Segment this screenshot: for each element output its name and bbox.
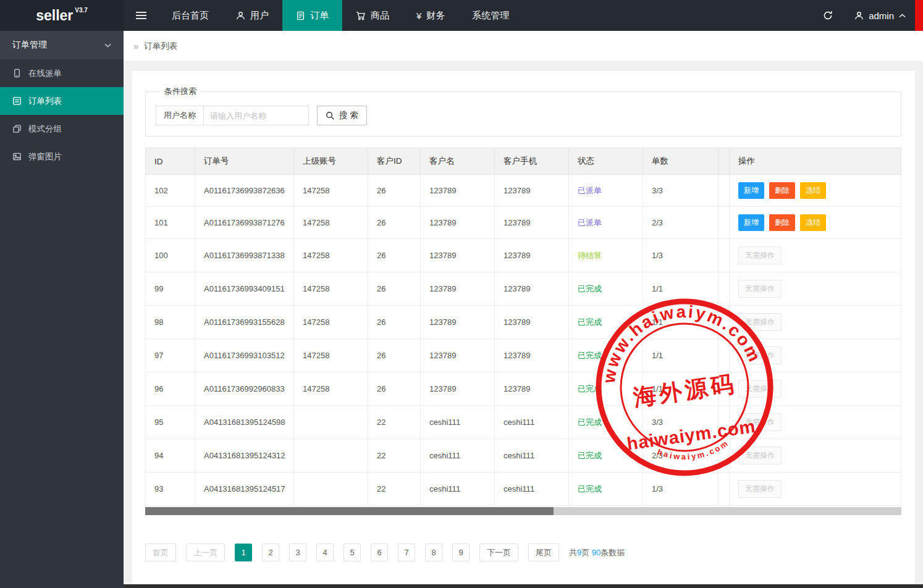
row-count: 3/3 — [643, 406, 719, 439]
nav-item-products[interactable]: 商品 — [342, 0, 403, 31]
row-id: 102 — [146, 175, 195, 207]
row-actions: 无需操作 — [730, 372, 901, 406]
nav-item-finance[interactable]: ¥ 财务 — [403, 0, 458, 31]
row-customer-name: 123789 — [421, 339, 495, 372]
row-customer-phone: 123789 — [495, 339, 569, 372]
horizontal-scrollbar[interactable] — [145, 507, 901, 515]
row-customer-name: 123789 — [421, 175, 495, 207]
page-number-button[interactable]: 2 — [262, 544, 279, 561]
add-button[interactable]: 新增 — [738, 214, 764, 231]
order-list-icon — [12, 96, 22, 106]
row-count: 2/3 — [643, 207, 719, 239]
row-count: 1/3 — [643, 472, 719, 506]
row-parent-account — [294, 439, 368, 472]
no-action-button: 无需操作 — [738, 313, 782, 331]
page-number-button[interactable]: 4 — [316, 544, 334, 561]
row-order-no: A01161736992960833 — [195, 372, 294, 406]
nav-item-users[interactable]: 用户 — [222, 0, 282, 31]
freeze-button[interactable]: 冻结 — [800, 214, 826, 231]
page-next-button[interactable]: 下一页 — [479, 544, 518, 561]
row-status: 已派单 — [569, 207, 643, 239]
search-icon — [326, 111, 335, 120]
nav-item-label: 订单 — [310, 10, 329, 22]
no-action-button: 无需操作 — [738, 447, 782, 464]
row-actions: 新增删除冻结 — [730, 175, 901, 207]
status-badge: 已派单 — [578, 186, 602, 195]
row-actions: 无需操作 — [730, 306, 901, 339]
row-customer-phone: ceshi111 — [495, 439, 569, 472]
sidebar-group-order-management[interactable]: 订单管理 — [0, 31, 124, 59]
row-status: 已完成 — [569, 339, 643, 372]
page-number-button[interactable]: 8 — [425, 544, 442, 561]
row-id: 95 — [146, 406, 195, 439]
sidebar-item-popup-image[interactable]: 弹窗图片 — [0, 143, 124, 170]
total-records-value: 90 — [592, 548, 601, 557]
row-customer-id: 22 — [368, 439, 421, 472]
admin-user-menu[interactable]: admin — [845, 0, 923, 31]
nav-item-system[interactable]: 系统管理 — [458, 0, 523, 31]
table-row: 94A0413168139512431222ceshi111ceshi111已完… — [146, 439, 901, 472]
column-header: 状态 — [569, 148, 643, 175]
spacer-cell — [719, 439, 730, 472]
delete-button[interactable]: 删除 — [769, 182, 795, 199]
row-parent-account: 147258 — [294, 372, 368, 406]
row-customer-phone: 123789 — [495, 272, 569, 306]
status-badge: 待结算 — [578, 251, 602, 260]
main-area: » 订单列表 条件搜索 用户名称 搜 索 — [124, 31, 923, 588]
row-parent-account — [294, 406, 368, 439]
row-id: 100 — [146, 239, 195, 272]
spacer-cell — [719, 207, 730, 239]
breadcrumb-arrow-icon: » — [133, 41, 138, 51]
row-customer-phone: 123789 — [495, 372, 569, 406]
table-row: 100A011617369938713381472582612378912378… — [146, 239, 901, 272]
sidebar-item-mode-group[interactable]: 模式分组 — [0, 115, 124, 143]
page-last-button[interactable]: 尾页 — [528, 544, 559, 561]
row-customer-name: 123789 — [421, 272, 495, 306]
nav-item-dashboard[interactable]: 后台首页 — [158, 0, 222, 31]
add-button[interactable]: 新增 — [738, 182, 764, 199]
freeze-button[interactable]: 冻结 — [800, 182, 826, 199]
no-action-button: 无需操作 — [738, 346, 782, 364]
username-search-input[interactable] — [204, 106, 309, 125]
no-action-button: 无需操作 — [738, 280, 782, 298]
page-number-button[interactable]: 9 — [452, 544, 470, 561]
nav-item-orders[interactable]: 订单 — [282, 0, 342, 31]
spacer-cell — [719, 175, 730, 207]
row-customer-phone: 123789 — [495, 239, 569, 272]
row-status: 已完成 — [569, 306, 643, 339]
row-order-no: A04131681395124517 — [195, 472, 294, 506]
sidebar-item-online-dispatch[interactable]: 在线派单 — [0, 59, 124, 87]
sidebar: 订单管理 在线派单 订单列表 模式分组 弹窗图片 — [0, 31, 124, 588]
row-customer-name: 123789 — [421, 239, 495, 272]
refresh-icon — [823, 10, 833, 20]
column-header: 客户名 — [421, 148, 495, 175]
row-count: 1/3 — [643, 239, 719, 272]
search-button[interactable]: 搜 索 — [317, 106, 367, 125]
topbar: seller V3.7 后台首页 用户 订单 商品 ¥ 财务 系统管理 — [0, 0, 923, 31]
row-status: 已完成 — [569, 372, 643, 406]
row-customer-name: ceshi111 — [421, 406, 495, 439]
page-number-button[interactable]: 1 — [235, 544, 252, 561]
sidebar-toggle-button[interactable] — [124, 0, 158, 31]
row-count: 3/3 — [643, 175, 719, 207]
dispatch-icon — [12, 69, 22, 78]
sidebar-item-label: 模式分组 — [28, 124, 62, 135]
row-parent-account: 147258 — [294, 339, 368, 372]
page-number-button[interactable]: 5 — [343, 544, 361, 561]
row-customer-phone: 123789 — [495, 175, 569, 207]
page-number-button[interactable]: 3 — [289, 544, 306, 561]
page-number-button[interactable]: 6 — [371, 544, 388, 561]
no-action-button: 无需操作 — [738, 246, 782, 264]
chevron-up-icon — [899, 14, 906, 18]
refresh-button[interactable] — [811, 0, 845, 31]
row-actions: 无需操作 — [730, 339, 901, 372]
logo-version: V3.7 — [75, 7, 88, 14]
row-id: 93 — [146, 472, 195, 506]
row-count: 1/1 — [643, 339, 719, 372]
sidebar-group-label: 订单管理 — [12, 40, 47, 51]
sidebar-item-order-list[interactable]: 订单列表 — [0, 87, 124, 115]
spacer-cell — [719, 272, 730, 306]
horizontal-scrollbar-thumb[interactable] — [145, 507, 554, 515]
page-number-button[interactable]: 7 — [398, 544, 415, 561]
delete-button[interactable]: 删除 — [769, 214, 795, 231]
